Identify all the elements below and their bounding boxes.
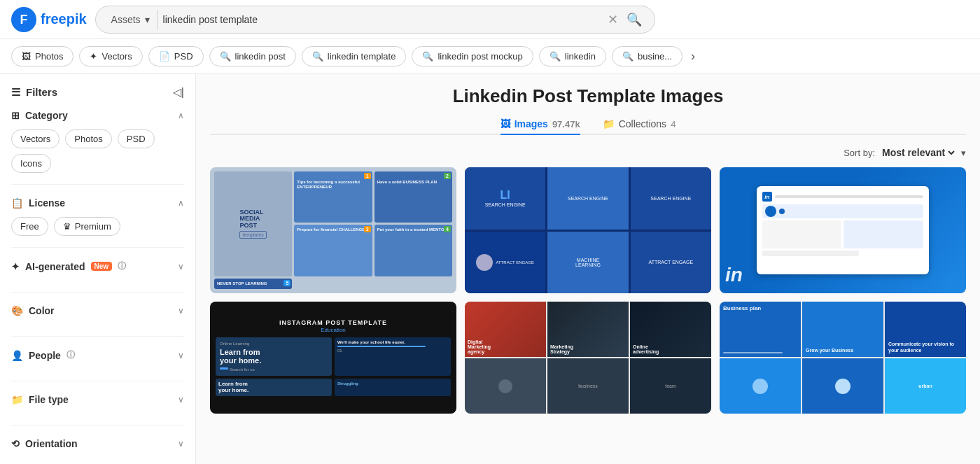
ai-badge-new: New <box>91 262 113 271</box>
communicate-label: Communicate your vision to your audience <box>888 342 962 353</box>
freepik-logo-icon: F <box>11 7 36 32</box>
chip-free[interactable]: Free <box>11 217 48 236</box>
psd-icon: 📄 <box>159 51 170 62</box>
sort-by-label: Sort by: <box>844 148 875 158</box>
tab-images-label: Images <box>514 118 548 129</box>
category-title: ⊞ Category <box>11 110 68 121</box>
layout: ☰ Filters ◁| ⊞ Category ∧ Vectors Photos… <box>0 74 980 464</box>
ai-title: ✦ AI-generated New ⓘ <box>11 260 126 272</box>
tab-collections[interactable]: 📁 Collections 4 <box>603 118 676 135</box>
tag-vectors-btn[interactable]: ✦ Vectors <box>79 46 142 66</box>
color-header[interactable]: 🎨 Color ∨ <box>11 305 184 316</box>
filetype-icon: 📁 <box>11 394 23 405</box>
category-icon: ⊞ <box>11 110 20 121</box>
sort-select[interactable]: Most relevant Most recent Most popular <box>879 146 957 159</box>
search-submit-btn[interactable]: 🔍 <box>622 12 646 27</box>
orientation-title: ⟲ Orientation <box>11 438 78 449</box>
chip-photos[interactable]: Photos <box>65 129 111 148</box>
logo-text: freepik <box>41 11 87 27</box>
search-icon-4: 🔍 <box>550 51 561 62</box>
license-title: 📋 License <box>11 197 65 209</box>
tab-images-count: 97.47k <box>552 119 580 129</box>
sort-row: Sort by: Most relevant Most recent Most … <box>210 146 966 159</box>
image-card-3[interactable]: in <box>720 167 966 293</box>
chip-vectors[interactable]: Vectors <box>11 129 59 148</box>
sidebar: ☰ Filters ◁| ⊞ Category ∧ Vectors Photos… <box>0 74 196 464</box>
tag-psd-btn[interactable]: 📄 PSD <box>148 46 204 66</box>
sidebar-header: ☰ Filters ◁| <box>11 85 184 99</box>
tag-bar-next-btn[interactable]: › <box>688 46 698 66</box>
filetype-header[interactable]: 📁 File type ∨ <box>11 394 184 405</box>
chip-premium[interactable]: ♛ Premium <box>54 217 120 236</box>
search-input[interactable] <box>163 14 603 25</box>
people-header[interactable]: 👤 People ⓘ ∨ <box>11 349 184 361</box>
tag-linkedin-btn[interactable]: 🔍 linkedin <box>539 46 606 66</box>
filter-section-filetype: 📁 File type ∨ <box>11 394 184 426</box>
tag-linkedin-post-btn[interactable]: 🔍 linkedin post <box>209 46 296 66</box>
color-chevron-icon: ∨ <box>178 306 184 316</box>
license-header[interactable]: 📋 License ∧ <box>11 197 184 209</box>
chevron-down-icon: ▾ <box>145 14 150 25</box>
main-content: Linkedin Post Template Images 🖼 Images 9… <box>196 74 980 464</box>
filter-section-people: 👤 People ⓘ ∨ <box>11 349 184 381</box>
page-title: Linkedin Post Template Images <box>210 85 966 107</box>
ai-icon: ✦ <box>11 261 20 272</box>
color-title: 🎨 Color <box>11 305 55 316</box>
search-icon-2: 🔍 <box>312 51 323 62</box>
sidebar-title-container: ☰ Filters <box>11 86 57 99</box>
people-info-icon[interactable]: ⓘ <box>66 349 75 361</box>
search-icon-3: 🔍 <box>422 51 433 62</box>
collections-tab-icon: 📁 <box>603 118 615 129</box>
license-chips: Free ♛ Premium <box>11 217 184 236</box>
color-icon: 🎨 <box>11 305 23 316</box>
tag-linkedin-template-btn[interactable]: 🔍 linkedin template <box>302 46 407 66</box>
photo-icon: 🖼 <box>22 51 31 62</box>
tag-business-btn[interactable]: 🔍 busine... <box>612 46 682 66</box>
filter-section-ai: ✦ AI-generated New ⓘ ∨ <box>11 260 184 293</box>
header: F freepik Assets ▾ ✕ 🔍 <box>0 0 980 39</box>
grow-business-label: Grow your Business <box>806 348 880 353</box>
image-card-6[interactable]: Business plan Grow your Business Communi… <box>720 302 966 414</box>
tag-photos-btn[interactable]: 🖼 Photos <box>11 46 74 66</box>
filter-section-category: ⊞ Category ∧ Vectors Photos PSD Icons <box>11 110 184 185</box>
people-title: 👤 People ⓘ <box>11 349 75 361</box>
sort-chevron-icon: ▾ <box>961 148 966 158</box>
filetype-title: 📁 File type <box>11 394 69 405</box>
tabs-row: 🖼 Images 97.47k 📁 Collections 4 <box>210 118 966 135</box>
chip-icons[interactable]: Icons <box>11 154 51 173</box>
filter-section-license: 📋 License ∧ Free ♛ Premium <box>11 197 184 248</box>
assets-label: Assets <box>111 14 141 25</box>
category-header[interactable]: ⊞ Category ∧ <box>11 110 184 121</box>
logo-link[interactable]: F freepik <box>11 7 87 32</box>
sidebar-collapse-btn[interactable]: ◁| <box>173 85 184 99</box>
people-chevron-icon: ∨ <box>178 351 184 360</box>
tag-linkedin-mockup-btn[interactable]: 🔍 linkedin post mockup <box>412 46 533 66</box>
svg-text:F: F <box>20 13 28 27</box>
filter-section-color: 🎨 Color ∨ <box>11 305 184 337</box>
ai-header[interactable]: ✦ AI-generated New ⓘ ∨ <box>11 260 184 272</box>
tab-collections-label: Collections <box>619 118 666 129</box>
assets-dropdown-btn[interactable]: Assets ▾ <box>104 10 158 29</box>
orientation-header[interactable]: ⟲ Orientation ∨ <box>11 438 184 449</box>
image-card-1[interactable]: SOCIALMEDIAPOST templates 1 Tips for bec… <box>210 167 456 293</box>
tab-collections-count: 4 <box>671 119 676 129</box>
license-icon: 📋 <box>11 197 23 209</box>
search-clear-btn[interactable]: ✕ <box>603 12 622 27</box>
tag-bar: 🖼 Photos ✦ Vectors 📄 PSD 🔍 linkedin post… <box>0 39 980 74</box>
image-card-5[interactable]: DigitalMarketingagency MarketingStrategy… <box>465 302 711 414</box>
tab-images[interactable]: 🖼 Images 97.47k <box>500 118 580 135</box>
images-tab-icon: 🖼 <box>500 118 510 129</box>
ai-chevron-icon: ∨ <box>178 262 184 272</box>
image-card-2[interactable]: LI SEARCH ENGINE SEARCH ENGINE SEARCH EN… <box>465 167 711 293</box>
filter-icon: ☰ <box>11 86 20 99</box>
people-icon: 👤 <box>11 350 23 361</box>
filter-section-orientation: ⟲ Orientation ∨ <box>11 438 184 464</box>
ai-info-icon[interactable]: ⓘ <box>118 260 126 272</box>
image-card-4[interactable]: INSTAGRAM POST TEMPLATE Education Online… <box>210 302 456 414</box>
category-chevron-icon: ∧ <box>178 111 184 120</box>
orientation-icon: ⟲ <box>11 438 20 449</box>
orientation-chevron-icon: ∨ <box>178 439 184 449</box>
search-bar: Assets ▾ ✕ 🔍 <box>95 6 655 34</box>
crown-icon: ♛ <box>63 221 71 232</box>
chip-psd[interactable]: PSD <box>118 129 155 148</box>
